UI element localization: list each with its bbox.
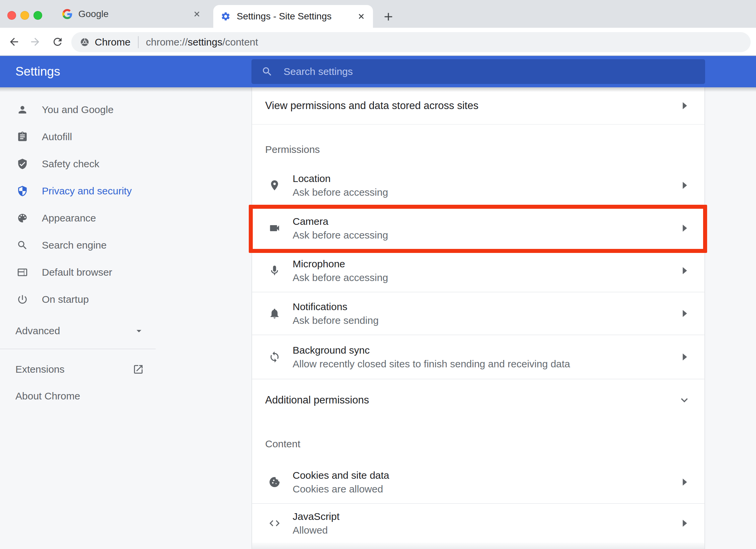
zoom-window-button[interactable]: [33, 11, 42, 20]
search-input[interactable]: [283, 66, 651, 78]
sidebar-item-appearance[interactable]: Appearance: [0, 204, 156, 232]
sidebar-item-label: Advanced: [15, 325, 60, 337]
expand-more-icon: [678, 393, 691, 407]
code-icon: [269, 517, 281, 529]
sidebar-item-on-startup[interactable]: On startup: [0, 286, 156, 313]
sidebar-item-label: You and Google: [42, 104, 114, 115]
plus-icon: [383, 11, 394, 22]
card-bottom-edge: [251, 543, 705, 549]
row-title: Notifications: [293, 300, 379, 313]
sidebar-item-privacy-and-security[interactable]: Privacy and security: [0, 177, 156, 204]
chevron-right-icon: [683, 310, 687, 317]
row-subtitle: Cookies are allowed: [293, 482, 389, 496]
notifications-row[interactable]: Notifications Ask before sending: [252, 292, 704, 335]
browser-window-icon: [17, 267, 28, 278]
additional-permissions-row[interactable]: Additional permissions: [252, 379, 704, 421]
row-title: Location: [293, 172, 388, 185]
google-favicon-icon: [62, 9, 72, 19]
chevron-right-icon: [683, 182, 687, 189]
row-subtitle: Allowed: [293, 523, 339, 537]
sidebar-item-extensions[interactable]: Extensions: [0, 356, 156, 383]
location-pin-icon: [269, 179, 281, 191]
new-tab-button[interactable]: [382, 10, 395, 23]
chevron-right-icon: [683, 267, 687, 274]
chevron-right-icon: [683, 354, 687, 361]
close-tab-icon[interactable]: [357, 12, 366, 21]
palette-icon: [17, 212, 28, 224]
cookies-row[interactable]: Cookies and site data Cookies are allowe…: [252, 461, 704, 504]
sidebar-item-default-browser[interactable]: Default browser: [0, 259, 156, 286]
camera-row[interactable]: Camera Ask before accessing: [252, 207, 704, 250]
chrome-logo-icon: [80, 37, 89, 47]
forward-button[interactable]: [29, 36, 41, 48]
sidebar-item-advanced[interactable]: Advanced: [0, 317, 156, 344]
page-title: Settings: [15, 56, 60, 87]
url-host: settings: [188, 36, 222, 48]
view-permissions-row[interactable]: View permissions and data stored across …: [252, 87, 704, 125]
close-tab-icon[interactable]: [193, 10, 201, 18]
person-icon: [17, 104, 28, 115]
site-label: Chrome: [95, 36, 131, 48]
back-button[interactable]: [8, 36, 20, 48]
sync-icon: [269, 351, 281, 363]
search-icon: [261, 66, 273, 77]
tab-bar: Google Settings - Site Settings: [0, 0, 756, 28]
sidebar-item-safety-check[interactable]: Safety check: [0, 150, 156, 177]
row-title: Camera: [293, 215, 388, 228]
open-in-new-icon: [133, 364, 144, 375]
tab-settings[interactable]: Settings - Site Settings: [213, 5, 373, 28]
row-subtitle: Ask before accessing: [293, 185, 388, 199]
shield-check-icon: [17, 158, 28, 170]
row-subtitle: Ask before accessing: [293, 271, 388, 284]
sidebar-item-search-engine[interactable]: Search engine: [0, 232, 156, 259]
sidebar-item-label: About Chrome: [15, 390, 80, 402]
clipboard-icon: [17, 131, 28, 143]
sidebar-item-label: Privacy and security: [42, 185, 132, 197]
address-bar[interactable]: Chrome chrome://settings/content: [71, 32, 751, 52]
sidebar-item-you-and-google[interactable]: You and Google: [0, 96, 156, 123]
chevron-right-icon: [683, 479, 687, 486]
javascript-row[interactable]: JavaScript Allowed: [252, 504, 704, 543]
camera-icon: [269, 222, 281, 234]
sidebar-item-label: Appearance: [42, 212, 96, 224]
minimize-window-button[interactable]: [20, 11, 29, 20]
row-title: Microphone: [293, 257, 388, 271]
microphone-row[interactable]: Microphone Ask before accessing: [252, 250, 704, 292]
sidebar-item-label: Default browser: [42, 267, 112, 278]
tab-google[interactable]: Google: [54, 0, 209, 28]
row-title: Cookies and site data: [293, 469, 389, 482]
sidebar-item-label: On startup: [42, 294, 89, 305]
tab-title: Settings - Site Settings: [237, 11, 357, 22]
sidebar-item-label: Extensions: [15, 364, 65, 375]
location-row[interactable]: Location Ask before accessing: [252, 164, 704, 207]
tab-title: Google: [78, 9, 193, 19]
chrome-window: { "window": { "tabs": [ { "title": "Goog…: [0, 0, 756, 549]
url-scheme: chrome://: [146, 36, 188, 48]
chevron-down-icon: [133, 325, 145, 337]
browser-toolbar: Chrome chrome://settings/content: [0, 28, 756, 56]
sidebar-item-autofill[interactable]: Autofill: [0, 123, 156, 150]
sidebar-item-about-chrome[interactable]: About Chrome: [0, 382, 156, 409]
url-separator: [138, 36, 139, 48]
settings-header: Settings: [0, 56, 756, 87]
reload-button[interactable]: [52, 36, 64, 48]
row-label: View permissions and data stored across …: [265, 100, 478, 112]
row-subtitle: Ask before accessing: [293, 228, 388, 242]
permissions-heading: Permissions: [252, 125, 704, 164]
background-sync-row[interactable]: Background sync Allow recently closed si…: [252, 335, 704, 379]
chevron-right-icon: [683, 225, 687, 232]
magnifier-icon: [17, 240, 28, 251]
microphone-icon: [269, 265, 281, 277]
power-icon: [17, 294, 28, 305]
settings-search-box[interactable]: [251, 59, 705, 84]
sidebar-item-label: Safety check: [42, 158, 99, 170]
row-label: Additional permissions: [265, 394, 369, 406]
sidebar-divider: [0, 349, 156, 349]
url-text: chrome://settings/content: [146, 36, 258, 48]
row-subtitle: Ask before sending: [293, 313, 379, 327]
chevron-right-icon: [683, 102, 687, 109]
settings-page: You and Google Autofill Safety check Pri…: [0, 87, 756, 549]
close-window-button[interactable]: [7, 11, 16, 20]
sidebar-item-label: Search engine: [42, 240, 106, 251]
site-settings-card: View permissions and data stored across …: [251, 87, 705, 543]
